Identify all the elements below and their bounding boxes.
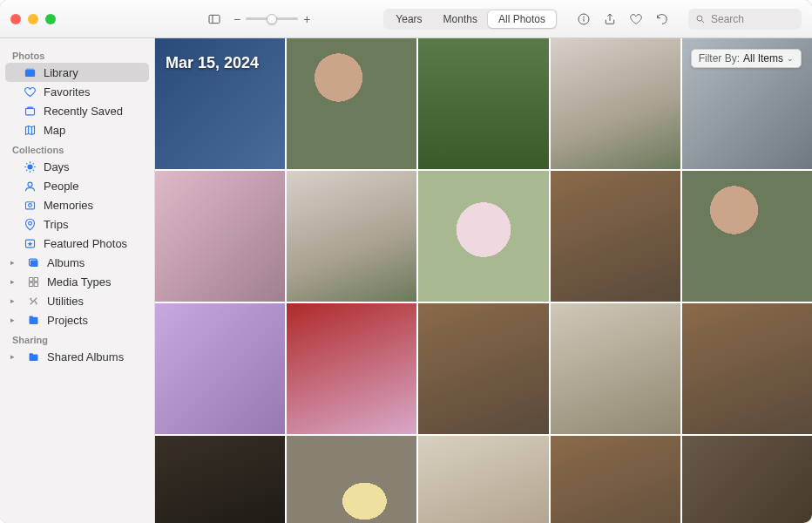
map-icon	[23, 123, 37, 137]
svg-point-12	[28, 165, 32, 169]
shared-icon	[26, 350, 40, 363]
search-icon	[695, 14, 706, 24]
svg-line-18	[32, 169, 33, 170]
segment-all-photos[interactable]: All Photos	[488, 10, 556, 28]
sidebar-item-days[interactable]: Days	[5, 157, 149, 176]
zoom-knob[interactable]	[267, 14, 277, 24]
favorite-button[interactable]	[624, 9, 648, 30]
photo-thumbnail[interactable]	[418, 436, 548, 523]
sidebar-item-favorites[interactable]: Favorites	[5, 82, 149, 101]
photo-thumbnail[interactable]	[287, 171, 416, 302]
sidebar-item-projects[interactable]: ▸Projects	[5, 310, 149, 329]
photo-thumbnail[interactable]	[418, 303, 548, 434]
sidebar-item-memories[interactable]: Memories	[5, 195, 149, 214]
sidebar: PhotosLibraryFavoritesRecently SavedMapC…	[0, 38, 155, 523]
people-icon	[23, 179, 37, 193]
date-label: Mar 15, 2024	[166, 54, 259, 72]
svg-point-24	[28, 221, 31, 225]
sidebar-item-media-types[interactable]: ▸Media Types	[5, 272, 149, 291]
photo-thumbnail[interactable]	[418, 38, 548, 169]
share-icon	[603, 12, 617, 26]
sidebar-item-label: Memories	[44, 199, 140, 212]
sidebar-item-label: Trips	[44, 218, 140, 231]
chevron-right-icon: ▸	[10, 352, 19, 361]
app-window: − + Years Months All Photos Search Photo…	[0, 0, 812, 523]
photo-thumbnail[interactable]	[682, 171, 812, 302]
share-button[interactable]	[598, 9, 622, 30]
photo-thumbnail[interactable]	[551, 38, 680, 169]
svg-rect-32	[34, 282, 37, 286]
svg-point-5	[697, 16, 702, 21]
sidebar-item-utilities[interactable]: ▸Utilities	[5, 291, 149, 310]
segment-years[interactable]: Years	[385, 10, 432, 28]
chevron-right-icon: ▸	[10, 258, 19, 267]
svg-rect-0	[209, 15, 220, 23]
sidebar-item-people[interactable]: People	[5, 176, 149, 195]
svg-point-23	[28, 203, 31, 207]
sidebar-item-map[interactable]: Map	[5, 120, 149, 139]
sidebar-item-label: Albums	[47, 256, 140, 269]
sidebar-item-label: Shared Albums	[47, 350, 140, 363]
photo-thumbnail[interactable]	[287, 303, 416, 434]
svg-rect-30	[34, 277, 37, 281]
sidebar-item-trips[interactable]: Trips	[5, 214, 149, 234]
chevron-right-icon: ▸	[10, 277, 19, 286]
sidebar-item-label: Utilities	[47, 295, 140, 308]
photo-thumbnail[interactable]	[551, 436, 680, 523]
body: PhotosLibraryFavoritesRecently SavedMapC…	[0, 38, 812, 523]
sidebar-item-label: Days	[44, 160, 140, 173]
photo-thumbnail[interactable]	[682, 303, 812, 434]
titlebar: − + Years Months All Photos Search	[0, 0, 812, 38]
info-button[interactable]	[572, 9, 596, 30]
sidebar-item-featured-photos[interactable]: Featured Photos	[5, 234, 149, 253]
search-field[interactable]: Search	[688, 9, 802, 30]
sidebar-section-header: Collections	[0, 139, 154, 157]
photo-thumbnail[interactable]	[287, 38, 416, 169]
photo-thumbnail[interactable]	[418, 171, 548, 302]
svg-rect-29	[29, 277, 32, 281]
photo-thumbnail[interactable]	[155, 436, 285, 523]
fullscreen-window-button[interactable]	[45, 14, 56, 24]
svg-marker-26	[27, 241, 32, 246]
chevron-right-icon: ▸	[10, 296, 19, 305]
photo-grid	[155, 38, 812, 523]
sidebar-item-label: Projects	[47, 314, 140, 327]
svg-rect-8	[26, 68, 34, 69]
svg-line-19	[32, 163, 33, 164]
heart-icon	[23, 85, 37, 98]
rotate-icon	[655, 12, 669, 26]
photo-thumbnail[interactable]	[682, 436, 812, 523]
filter-dropdown[interactable]: Filter By: All Items ⌄	[691, 49, 802, 68]
svg-rect-36	[29, 353, 32, 355]
zoom-slider[interactable]: − +	[233, 12, 310, 26]
sidebar-item-recently-saved[interactable]: Recently Saved	[5, 101, 149, 120]
photo-thumbnail[interactable]	[287, 436, 416, 523]
zoom-track[interactable]	[246, 17, 298, 20]
svg-line-20	[26, 169, 27, 170]
close-window-button[interactable]	[10, 14, 21, 24]
photo-thumbnail[interactable]	[155, 171, 285, 302]
sidebar-item-shared-albums[interactable]: ▸Shared Albums	[5, 347, 149, 366]
sidebar-item-library[interactable]: Library	[5, 63, 149, 82]
svg-rect-35	[29, 354, 37, 361]
traffic-lights	[10, 14, 56, 24]
library-icon	[23, 65, 37, 79]
svg-line-6	[702, 20, 705, 23]
sidebar-item-albums[interactable]: ▸Albums	[5, 253, 149, 272]
photo-thumbnail[interactable]	[551, 171, 680, 302]
segment-months[interactable]: Months	[433, 10, 488, 28]
sidebar-section-header: Sharing	[0, 329, 154, 347]
sidebar-item-label: Featured Photos	[44, 237, 140, 250]
sidebar-item-label: Recently Saved	[44, 105, 140, 118]
trips-icon	[23, 217, 37, 231]
sidebar-item-label: Map	[44, 124, 140, 137]
view-segmented-control: Years Months All Photos	[383, 9, 558, 30]
photo-thumbnail[interactable]	[551, 303, 680, 434]
mediatypes-icon	[26, 275, 40, 289]
featured-icon	[23, 236, 37, 250]
minimize-window-button[interactable]	[28, 14, 38, 24]
photo-thumbnail[interactable]	[155, 303, 285, 434]
svg-point-4	[584, 17, 585, 17]
rotate-button[interactable]	[650, 9, 674, 30]
sidebar-toggle-button[interactable]	[202, 9, 227, 30]
